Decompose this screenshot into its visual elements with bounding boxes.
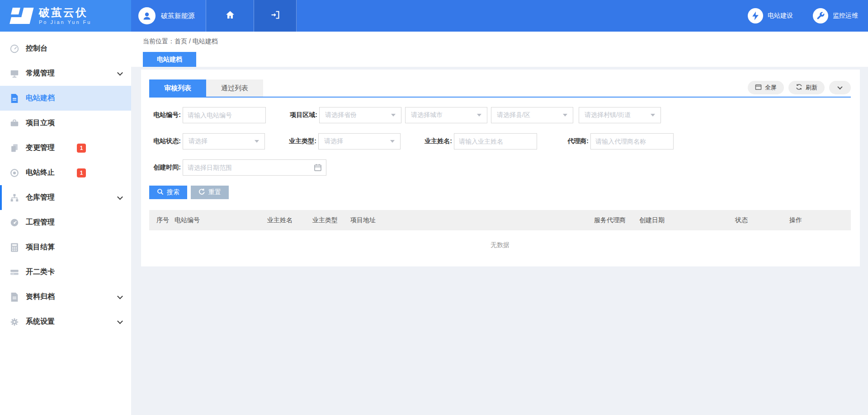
chevron-down-icon [117,70,123,75]
table-header-row: 序号 电站编号 业主姓名 业主类型 项目地址 服务代理商 创建日期 状态 操作 [149,210,851,230]
tab-passed-list[interactable]: 通过列表 [206,79,263,97]
breadcrumb-label: 当前位置： [143,37,175,45]
col-owner-type: 业主类型 [312,216,350,224]
sitemap-icon [9,192,20,203]
brand-title: 破茧云伏 [39,7,91,19]
fullscreen-icon [755,84,762,92]
reset-icon [198,188,205,196]
sidebar-item-project-initiation[interactable]: 项目立项 [0,111,131,135]
nav-station-build-label: 电站建设 [768,12,793,20]
record-circle-icon [9,168,20,178]
col-owner-name: 业主姓名 [267,216,312,224]
sidebar-item-data-archive[interactable]: 资料归档 [0,284,131,309]
page-tab-station-filing[interactable]: 电站建档 [143,52,196,67]
chevron-down-icon [117,318,123,324]
sign-in-arrow-icon [270,9,281,22]
filled-gauge-icon [9,217,20,228]
caret-down-icon [563,114,567,117]
city-select[interactable]: 请选择城市 [405,107,487,123]
wrench-icon [813,8,828,23]
sidebar-item-warehouse-management[interactable]: 仓库管理 [0,185,131,210]
caret-down-icon [390,140,395,143]
breadcrumb: 当前位置：首页 / 电站建档 [143,37,860,46]
refresh-icon [796,84,802,92]
breadcrumb-bar: 当前位置：首页 / 电站建档 电站建档 [131,32,868,67]
caret-down-icon [651,114,655,117]
sidebar-item-change-management[interactable]: 变更管理 1 [0,135,131,160]
file-icon [9,292,20,303]
owner-type-select[interactable]: 请选择 [318,133,401,149]
created-time-label: 创建时间: [149,163,181,172]
sidebar-item-engineering-management[interactable]: 工程管理 [0,210,131,235]
nav-monitor-ops-label: 监控运维 [833,12,858,20]
region-label: 项目区域: [286,111,317,119]
caret-down-icon [255,140,259,143]
station-no-input[interactable] [183,107,266,123]
col-station-no: 电站编号 [175,216,267,224]
results-table: 序号 电站编号 业主姓名 业主类型 项目地址 服务代理商 创建日期 状态 操作 … [149,210,851,249]
sidebar-item-system-settings[interactable]: 系统设置 [0,309,131,334]
col-service-agent: 服务代理商 [594,216,639,224]
sidebar-item-console[interactable]: 控制台 [0,36,131,61]
sidebar-item-station-filing[interactable]: 电站建档 [0,86,131,111]
sidebar-active-indicator [0,185,2,210]
station-no-label: 电站编号: [149,111,181,119]
document-icon [9,93,20,104]
home-icon [225,9,236,22]
brand-subtitle: Po Jian Yun Fu [39,19,91,25]
filter-form: 电站编号: 项目区域: 请选择省份 请选择城市 请选择县/区 请选择村镇/街道 [149,98,851,199]
brand-logo-icon [11,7,33,24]
nav-monitor-ops[interactable]: 监控运维 [813,8,858,23]
home-button[interactable] [206,0,254,32]
tab-review-list[interactable]: 审核列表 [149,79,206,97]
sidebar-item-station-termination[interactable]: 电站终止 1 [0,160,131,185]
col-index: 序号 [156,216,175,224]
agent-input[interactable] [590,133,674,149]
search-button[interactable]: 搜索 [149,186,187,199]
reset-button[interactable]: 重置 [191,186,229,199]
top-bar: 破茧云伏 Po Jian Yun Fu 破茧新能源 [0,0,868,32]
col-created-date: 创建日期 [639,216,735,224]
user-menu[interactable]: 破茧新能源 [131,0,206,32]
company-name: 破茧新能源 [161,12,195,20]
county-select[interactable]: 请选择县/区 [491,107,573,123]
monitor-icon [9,68,20,79]
empty-state-text: 无数据 [149,230,851,249]
refresh-button[interactable]: 刷新 [788,81,825,94]
lightning-icon [748,8,763,23]
sidebar-item-project-settlement[interactable]: 项目结算 [0,235,131,260]
collapse-toolbar-button[interactable] [829,81,851,94]
chevron-down-icon [117,194,123,200]
nav-station-build[interactable]: 电站建设 [748,8,793,23]
village-select[interactable]: 请选择村镇/街道 [579,107,661,123]
owner-name-label: 业主姓名: [420,137,452,145]
sidebar: 控制台 常规管理 电站建档 项目立项 变更管理 1 [0,32,131,415]
province-select[interactable]: 请选择省份 [319,107,401,123]
col-status: 状态 [735,216,789,224]
station-status-select[interactable]: 请选择 [183,133,265,149]
fullscreen-button[interactable]: 全屏 [748,81,784,94]
briefcase-icon [9,118,20,129]
search-icon [157,188,164,196]
breadcrumb-path: 首页 / 电站建档 [175,37,218,45]
sidebar-item-general-management[interactable]: 常规管理 [0,61,131,86]
bank-card-icon [9,267,20,278]
caret-down-icon [391,114,396,117]
sidebar-item-type2-card[interactable]: 开二类卡 [0,260,131,284]
logout-button[interactable] [254,0,297,32]
station-status-label: 电站状态: [149,137,181,145]
date-range-input[interactable] [183,159,326,176]
owner-type-label: 业主类型: [285,137,316,145]
chevron-down-icon [117,293,123,299]
badge: 1 [77,144,86,153]
col-actions: 操作 [789,216,844,224]
col-project-address: 项目地址 [350,216,594,224]
caret-down-icon [477,114,481,117]
chevron-down-icon [837,84,842,89]
badge: 1 [77,168,86,177]
copy-pages-icon [9,143,20,154]
gear-icon [9,317,20,327]
owner-name-input[interactable] [454,133,537,149]
dashboard-gauge-icon [9,43,20,54]
calendar-icon [314,163,322,172]
